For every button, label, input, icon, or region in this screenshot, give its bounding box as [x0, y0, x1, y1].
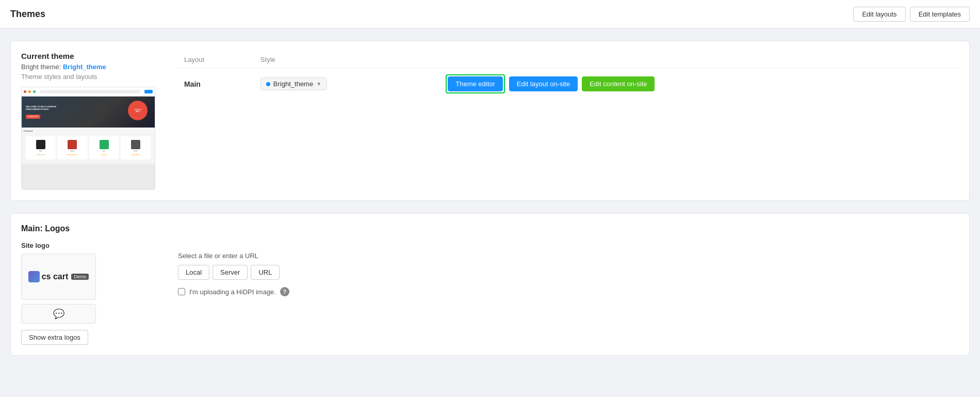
preview-products: $99 ★★★★ $149 ★★★★★ $7	[24, 134, 153, 162]
page-title: Themes	[10, 9, 45, 20]
edit-layout-on-site-button[interactable]: Edit layout on-site	[509, 76, 578, 91]
product-img-1	[36, 140, 45, 149]
layout-name: Main	[184, 80, 201, 88]
theme-name: Bright_theme	[63, 63, 106, 71]
edit-templates-button[interactable]: Edit templates	[910, 7, 970, 22]
hero-circle-text: ★★★★★BEST	[134, 108, 142, 113]
product-3: $79 ★★★	[89, 136, 119, 160]
logos-section-title: Main: Logos	[21, 224, 959, 233]
preview-header	[22, 87, 155, 97]
theme-editor-wrapper: Theme editor	[446, 74, 505, 93]
product-stars-4: ★★★★	[132, 153, 140, 156]
hero-btn: LEARN MORE	[26, 115, 40, 119]
url-bar	[40, 90, 140, 93]
theme-styles-label: Theme styles and layouts	[21, 73, 166, 81]
product-stars-2: ★★★★★	[67, 153, 77, 156]
layout-table-body: Main Bright_theme ▼	[178, 68, 959, 100]
dot-green	[33, 90, 36, 93]
top-bar-actions: Edit layouts Edit templates	[853, 7, 970, 22]
logos-section: Main: Logos Site logo cs cart Demo 💬 Sho…	[10, 213, 970, 356]
local-button[interactable]: Local	[178, 265, 209, 280]
product-stars-3: ★★★	[101, 153, 107, 156]
hero-circle: ★★★★★BEST	[128, 101, 148, 120]
col-actions	[439, 52, 959, 68]
server-button[interactable]: Server	[213, 265, 248, 280]
theme-prefix: Bright theme:	[21, 63, 63, 71]
style-name: Bright_theme	[273, 80, 313, 88]
preview-hero: WELCOME TO MULTI-VENDORDEMO MARKETPLACE!…	[22, 97, 155, 128]
content-area: Current theme Bright theme: Bright_theme…	[0, 28, 980, 380]
help-icon[interactable]: ?	[280, 287, 289, 296]
action-btns-cell: Theme editor Edit layout on-site Edit co…	[439, 68, 959, 100]
show-extra-logos-button[interactable]: Show extra logos	[21, 330, 88, 345]
product-2: $149 ★★★★★	[57, 136, 87, 160]
action-buttons: Theme editor Edit layout on-site Edit co…	[446, 74, 953, 93]
products-header-label: Featured	[24, 130, 153, 132]
chevron-down-icon: ▼	[316, 81, 321, 87]
style-badge[interactable]: Bright_theme ▼	[260, 77, 327, 90]
layout-table-col: Layout Style Main	[178, 52, 959, 190]
current-theme-section: Current theme Bright theme: Bright_theme…	[10, 41, 970, 201]
current-theme-title: Current theme	[21, 52, 166, 60]
hidpi-row: I'm uploading a HiDPI image. ?	[178, 287, 959, 296]
logo-brand-text: cs cart	[42, 272, 69, 281]
logo-comment-box: 💬	[21, 304, 96, 324]
product-1: $99 ★★★★	[26, 136, 56, 160]
layout-table-head: Layout Style	[178, 52, 959, 68]
col-style: Style	[254, 52, 439, 68]
layout-table-header-row: Layout Style	[178, 52, 959, 68]
logo-icon	[28, 271, 40, 282]
layout-name-cell: Main	[178, 68, 254, 100]
layout-table: Layout Style Main	[178, 52, 959, 100]
product-price-2: $149	[71, 150, 74, 152]
style-dot	[266, 82, 270, 86]
file-select-area: Select a file or enter a URL Local Serve…	[178, 252, 959, 296]
file-select-col: Select a file or enter a URL Local Serve…	[178, 242, 959, 345]
edit-layouts-button[interactable]: Edit layouts	[853, 7, 905, 22]
logo-box: cs cart Demo	[21, 253, 96, 300]
comment-icon: 💬	[53, 308, 64, 320]
product-img-4	[131, 140, 140, 149]
current-theme-layout: Current theme Bright theme: Bright_theme…	[21, 52, 959, 190]
file-buttons: Local Server URL	[178, 265, 959, 280]
product-img-2	[68, 140, 77, 149]
product-stars-1: ★★★★	[37, 153, 45, 156]
preview-products-label: Featured $99 ★★★★ $149 ★	[22, 128, 155, 164]
preview-inner: WELCOME TO MULTI-VENDORDEMO MARKETPLACE!…	[22, 87, 155, 189]
product-img-3	[100, 140, 109, 149]
logo-demo-badge: Demo	[71, 274, 89, 280]
product-price-3: $79	[103, 150, 105, 152]
file-select-label: Select a file or enter a URL	[178, 252, 959, 260]
top-bar: Themes Edit layouts Edit templates	[0, 0, 980, 28]
logos-layout: Site logo cs cart Demo 💬 Show extra logo…	[21, 242, 959, 345]
site-logo-label: Site logo	[21, 242, 166, 249]
url-button[interactable]: URL	[251, 265, 280, 280]
hero-text: WELCOME TO MULTI-VENDORDEMO MARKETPLACE!	[26, 105, 56, 110]
logo-inner: cs cart Demo	[28, 271, 89, 282]
theme-preview: WELCOME TO MULTI-VENDORDEMO MARKETPLACE!…	[21, 87, 155, 190]
theme-preview-col: Current theme Bright theme: Bright_theme…	[21, 52, 166, 190]
product-price-4: $199	[134, 150, 138, 152]
style-cell: Bright_theme ▼	[254, 68, 439, 100]
product-price-1: $99	[40, 150, 42, 152]
edit-content-on-site-button[interactable]: Edit content on-site	[582, 76, 655, 91]
theme-name-row: Bright theme: Bright_theme	[21, 62, 166, 71]
dot-yellow	[28, 90, 31, 93]
hidpi-label: I'm uploading a HiDPI image.	[189, 288, 276, 296]
preview-nav-btn	[144, 90, 153, 93]
product-4: $199 ★★★★	[121, 136, 151, 160]
hidpi-checkbox[interactable]	[178, 288, 185, 295]
theme-editor-button[interactable]: Theme editor	[448, 76, 503, 91]
table-row: Main Bright_theme ▼	[178, 68, 959, 100]
logos-left-col: Site logo cs cart Demo 💬 Show extra logo…	[21, 242, 166, 345]
col-layout: Layout	[178, 52, 254, 68]
hero-content: WELCOME TO MULTI-VENDORDEMO MARKETPLACE!…	[26, 105, 56, 119]
dot-red	[24, 90, 26, 93]
